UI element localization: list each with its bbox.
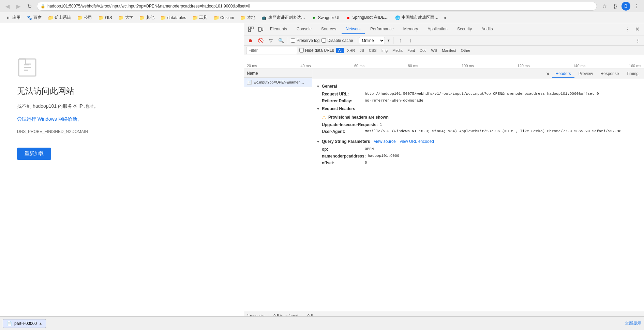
tab-network[interactable]: Network xyxy=(342,25,365,34)
bookmark-star-button[interactable]: ☆ xyxy=(600,1,609,11)
filter-other[interactable]: Other xyxy=(459,48,473,53)
devtools-more-button[interactable]: ⋮ xyxy=(624,25,632,33)
full-display-button[interactable]: 全部显示 xyxy=(625,320,641,326)
devtools-close-button[interactable]: ✕ xyxy=(633,25,641,33)
bookmark-biaoyan[interactable]: 📺 表严肃讲正则表达… xyxy=(259,13,308,22)
error-subtitle: 找不到 hadoop101 的服务器 IP 地址。 xyxy=(17,103,227,109)
hide-data-urls-label[interactable]: Hide data URLs xyxy=(299,48,334,53)
tab-application[interactable]: Application xyxy=(423,25,452,34)
bookmark-kuangshan[interactable]: 📁 矿山系统 xyxy=(45,13,74,22)
filter-input[interactable] xyxy=(246,47,297,54)
network-throttle-select[interactable]: Online Fast 3G Slow 3G Offline xyxy=(359,37,385,44)
details-tab-timing[interactable]: Timing xyxy=(623,70,642,78)
bookmark-apps[interactable]: ⠿ 应用 xyxy=(3,13,23,22)
filter-js[interactable]: JS xyxy=(358,48,366,53)
import-button[interactable]: ↑ xyxy=(396,36,404,45)
request-item-icon: 📄 xyxy=(247,80,252,85)
timeline-label-6: 120 ms xyxy=(518,64,530,68)
details-tab-headers[interactable]: Headers xyxy=(552,70,574,78)
bookmark-baidu[interactable]: 🐾 百度 xyxy=(24,13,44,22)
bookmark-daxue[interactable]: 📁 大学 xyxy=(116,13,136,22)
back-button[interactable]: ◀ xyxy=(3,1,12,11)
more-button[interactable]: ⋮ xyxy=(632,1,641,11)
bookmark-gongsi[interactable]: 📁 公司 xyxy=(74,13,95,22)
tab-audits[interactable]: Audits xyxy=(477,25,497,34)
filter-xhr[interactable]: XHR xyxy=(345,48,357,53)
filter-media[interactable]: Media xyxy=(390,48,405,53)
bookmark-swagger[interactable]: ● Swagger UI xyxy=(309,14,342,22)
query-params-content: op: OPEN namenoderpcaddress: hadoop101:9… xyxy=(316,146,640,166)
toolbar-overflow-button[interactable]: ⋮ xyxy=(634,36,642,45)
bookmark-qita[interactable]: 📁 其他 xyxy=(137,13,157,22)
swagger-icon: ● xyxy=(311,15,317,20)
request-headers-section-header[interactable]: ▼ Request Headers xyxy=(316,104,640,113)
export-button[interactable]: ↓ xyxy=(406,36,415,45)
filter-bar: Hide data URLs All XHR JS CSS Img Media … xyxy=(244,46,644,55)
tab-security[interactable]: Security xyxy=(453,25,476,34)
network-diagnostic-link[interactable]: 尝试运行 Windows 网络诊断。 xyxy=(17,116,82,122)
bookmark-qita-label: 其他 xyxy=(146,15,154,20)
devtools-device-button[interactable] xyxy=(256,25,265,33)
query-section-header[interactable]: ▼ Query String Parameters xyxy=(316,137,370,146)
address-bar[interactable]: 🔒 hadoop101:50075/webhdfs/v1/root/input/… xyxy=(37,2,597,11)
filter-font[interactable]: Font xyxy=(405,48,417,53)
query-section-title: Query String Parameters xyxy=(322,139,370,144)
upgrade-insecure-row: Upgrade-Insecure-Requests: 1 xyxy=(322,121,640,128)
folder-icon-5: 📁 xyxy=(139,15,145,20)
filter-type-buttons: All XHR JS CSS Img Media Font Doc WS Man… xyxy=(336,48,473,53)
request-item-0[interactable]: 📄 wc.input?op=OPEN&namenod… xyxy=(244,78,312,87)
request-url-label: Request URL: xyxy=(322,92,363,96)
bookmark-datatables[interactable]: 📁 datatables xyxy=(158,14,189,22)
details-close-button[interactable]: ✕ xyxy=(544,71,551,77)
search-button[interactable]: 🔍 xyxy=(277,36,285,45)
filter-img[interactable]: Img xyxy=(379,48,390,53)
disable-cache-label[interactable]: Disable cache xyxy=(321,38,353,43)
error-code-text: DNS_PROBE_FINISHED_NXDOMAIN xyxy=(17,129,227,134)
taskbar-item-chevron[interactable]: ▲ xyxy=(39,321,42,325)
filter-manifest[interactable]: Manifest xyxy=(440,48,458,53)
filter-doc[interactable]: Doc xyxy=(418,48,429,53)
hide-data-urls-checkbox[interactable] xyxy=(299,48,304,52)
tab-sources[interactable]: Sources xyxy=(317,25,340,34)
general-section-header[interactable]: ▼ General xyxy=(316,82,640,91)
stop-button[interactable]: 🚫 xyxy=(256,36,265,45)
reload-button[interactable]: 重新加载 xyxy=(17,148,51,160)
bookmarks-overflow[interactable]: » xyxy=(443,15,446,21)
filter-css[interactable]: CSS xyxy=(367,48,379,53)
profile-button[interactable]: B xyxy=(621,2,630,11)
devtools-inspect-button[interactable] xyxy=(247,25,255,33)
bookmark-cesium[interactable]: 📁 Cesium xyxy=(211,14,237,22)
tab-performance[interactable]: Performance xyxy=(366,25,398,34)
bookmark-bendi-label: 本地 xyxy=(247,15,255,20)
refresh-button[interactable]: ↻ xyxy=(25,1,34,11)
filter-button[interactable]: ▽ xyxy=(267,36,275,45)
filter-all[interactable]: All xyxy=(336,48,344,53)
record-button[interactable]: ⏺ xyxy=(246,36,254,45)
timeline-label-4: 80 ms xyxy=(408,64,418,68)
taskbar-item[interactable]: 📄 part-r-00000 ▲ xyxy=(3,319,46,328)
throttle-dropdown-icon[interactable]: ▼ xyxy=(387,39,390,42)
tab-console[interactable]: Console xyxy=(293,25,316,34)
details-tab-preview[interactable]: Preview xyxy=(575,70,597,78)
view-source-link[interactable]: view source xyxy=(374,139,395,144)
forward-button[interactable]: ▶ xyxy=(14,1,23,11)
bookmark-china-city[interactable]: 🌐 中国城市建成区面… xyxy=(392,13,441,22)
extensions-button[interactable]: {} xyxy=(611,1,620,11)
details-tab-response[interactable]: Response xyxy=(597,70,622,78)
view-url-encoded-link[interactable]: view URL encoded xyxy=(400,139,434,144)
preserve-log-label[interactable]: Preserve log xyxy=(291,38,319,43)
query-offset-key: offset: xyxy=(322,161,363,165)
upgrade-insecure-label: Upgrade-Insecure-Requests: xyxy=(322,122,378,127)
filter-ws[interactable]: WS xyxy=(429,48,439,53)
bookmark-gis[interactable]: 📁 GIS xyxy=(95,14,115,22)
bookmark-daxue-label: 大学 xyxy=(125,15,133,20)
disable-cache-checkbox[interactable] xyxy=(321,38,326,43)
tab-elements[interactable]: Elements xyxy=(266,25,291,34)
bookmark-bendi[interactable]: 📁 本地 xyxy=(238,13,258,22)
query-namenode-key: namenoderpcaddress: xyxy=(322,154,366,159)
bookmark-springboot[interactable]: ■ SpringBoot 在IDE… xyxy=(343,13,391,22)
preserve-log-checkbox[interactable] xyxy=(291,38,295,43)
bookmark-gongju[interactable]: 📁 工具 xyxy=(190,13,210,22)
tab-memory[interactable]: Memory xyxy=(399,25,422,34)
disable-cache-text: Disable cache xyxy=(327,38,353,43)
